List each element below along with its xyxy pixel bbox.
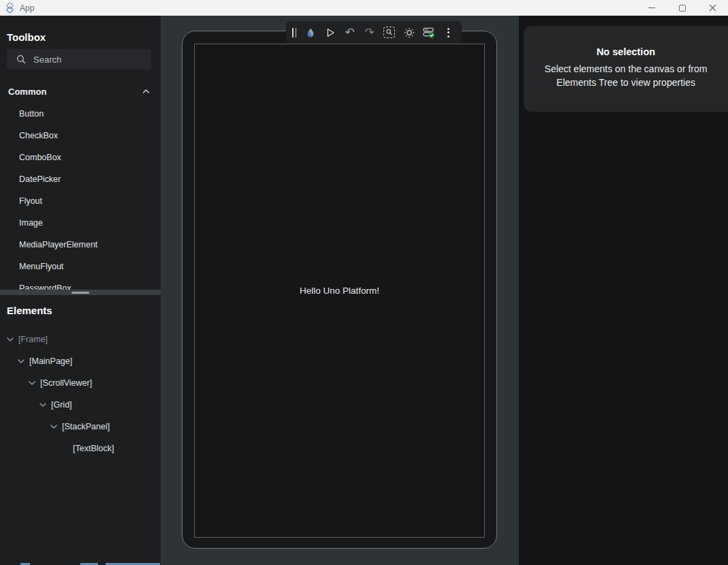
tree-item-label: [Frame] xyxy=(18,335,48,344)
properties-panel: No selection Select elements on the canv… xyxy=(524,26,728,112)
minimize-button[interactable] xyxy=(636,0,667,16)
properties-area: No selection Select elements on the canv… xyxy=(519,16,728,565)
main-area: Toolbox Common Button CheckBox ComboBox … xyxy=(0,16,728,565)
settings-check-icon xyxy=(422,26,435,39)
tree-item-scrollviewer[interactable]: [ScrollViewer] xyxy=(0,372,161,394)
tree-item-label: [ScrollViewer] xyxy=(40,378,92,388)
panel-splitter[interactable] xyxy=(0,290,161,295)
toolbox-search[interactable] xyxy=(7,49,151,70)
close-icon xyxy=(709,4,716,12)
chevron-up-icon xyxy=(142,89,150,94)
toolbox-item-checkbox[interactable]: CheckBox xyxy=(0,125,161,147)
elements-title: Elements xyxy=(7,305,52,316)
sun-icon xyxy=(403,27,415,39)
toolbox-title: Toolbox xyxy=(7,31,46,43)
tree-item-label: [TextBlock] xyxy=(73,444,114,453)
chevron-down-icon[interactable] xyxy=(29,380,35,386)
close-button[interactable] xyxy=(697,0,728,16)
canvas-textblock[interactable]: Hello Uno Platform! xyxy=(300,286,379,296)
play-button[interactable] xyxy=(320,23,340,42)
toolbar-drag-handle-icon[interactable] xyxy=(292,28,296,37)
section-label: Common xyxy=(8,87,46,97)
tree-item-stackpanel[interactable]: [StackPanel] xyxy=(0,416,161,438)
maximize-button[interactable] xyxy=(667,0,697,16)
toolbox-item-flyout[interactable]: Flyout xyxy=(0,190,161,212)
flame-icon xyxy=(304,27,317,39)
device-frame: Hello Uno Platform! xyxy=(182,31,497,549)
hot-design-button[interactable] xyxy=(300,23,320,42)
left-sidebar: Toolbox Common Button CheckBox ComboBox … xyxy=(0,16,161,565)
titlebar: App xyxy=(0,0,728,16)
tree-item-frame[interactable]: [Frame] xyxy=(0,329,161,350)
no-selection-title: No selection xyxy=(524,46,728,57)
element-picker-icon xyxy=(383,27,395,38)
toolbox-item-combobox[interactable]: ComboBox xyxy=(0,147,161,168)
redo-icon: ↷ xyxy=(364,27,374,38)
toolbox-item-passwordbox[interactable]: PasswordBox xyxy=(0,277,161,299)
theme-toggle-button[interactable] xyxy=(399,23,419,42)
toolbox-item-button[interactable]: Button xyxy=(0,103,161,125)
more-options-button[interactable] xyxy=(439,23,458,42)
tree-item-label: [StackPanel] xyxy=(62,422,110,431)
maximize-icon xyxy=(679,5,686,12)
window-title: App xyxy=(20,3,34,13)
app-logo-icon xyxy=(5,3,15,13)
redo-button[interactable]: ↷ xyxy=(360,23,379,42)
search-input[interactable] xyxy=(33,55,142,65)
ellipsis-icon xyxy=(447,28,449,37)
minimize-icon xyxy=(648,7,655,8)
undo-button[interactable]: ↶ xyxy=(340,23,360,42)
chevron-down-icon[interactable] xyxy=(7,337,14,342)
toolbox-item-datepicker[interactable]: DatePicker xyxy=(0,168,161,190)
clipped-content-marks xyxy=(0,562,161,565)
device-screen[interactable]: Hello Uno Platform! xyxy=(194,44,485,538)
floating-toolbar: ↶ ↷ xyxy=(286,21,462,44)
toolbox-item-image[interactable]: Image xyxy=(0,212,161,234)
chevron-down-icon[interactable] xyxy=(39,402,46,408)
chevron-down-icon[interactable] xyxy=(50,424,57,429)
element-picker-button[interactable] xyxy=(379,23,399,42)
runtime-settings-button[interactable] xyxy=(419,23,439,42)
toolbox-item-menuflyout[interactable]: MenuFlyout xyxy=(0,256,161,277)
tree-item-mainpage[interactable]: [MainPage] xyxy=(0,350,161,372)
play-icon xyxy=(324,27,336,39)
tree-item-grid[interactable]: [Grid] xyxy=(0,394,161,416)
design-canvas[interactable]: Hello Uno Platform! xyxy=(161,16,519,565)
elements-tree: [Frame] [MainPage] [ScrollViewer] [Grid] xyxy=(0,329,161,459)
chevron-down-icon[interactable] xyxy=(18,358,25,364)
search-icon xyxy=(16,55,26,64)
no-selection-message: Select elements on the canvas or from El… xyxy=(531,62,721,89)
tree-item-textblock[interactable]: [TextBlock] xyxy=(0,438,161,459)
toolbox-item-mediaplayerelement[interactable]: MediaPlayerElement xyxy=(0,234,161,256)
tree-item-label: [Grid] xyxy=(51,400,72,410)
undo-icon: ↶ xyxy=(345,27,354,38)
toolbox-section-common[interactable]: Common xyxy=(0,82,161,100)
toolbox-item-list: Button CheckBox ComboBox DatePicker Flyo… xyxy=(0,103,161,299)
tree-item-label: [MainPage] xyxy=(29,356,72,366)
window-controls xyxy=(636,0,728,16)
splitter-grip-icon xyxy=(72,292,89,294)
